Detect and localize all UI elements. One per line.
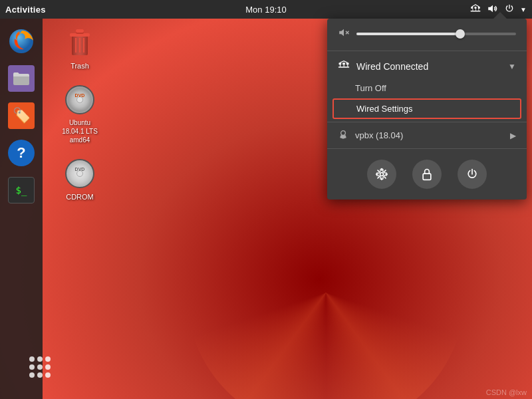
turn-off-item[interactable]: Turn Off [327,79,527,97]
watermark: CSDN @lxw [486,388,527,396]
svg-point-27 [341,131,346,136]
wired-network-icon [338,59,350,74]
vpn-section[interactable]: vpbx (18.04) ▶ [327,125,527,146]
sidebar-item-files[interactable] [5,63,37,94]
separator-3 [327,148,527,149]
svg-rect-21 [342,63,345,65]
svg-rect-4 [475,9,476,11]
grid-dot [45,356,51,362]
settings-button[interactable] [367,160,396,189]
grid-dot [29,356,35,362]
svg-rect-23 [340,65,340,66]
cdrom-label: CDROM [66,192,94,201]
desktop-icon-trash[interactable]: Trash [53,27,106,70]
wired-settings-item[interactable]: Wired Settings [332,98,521,119]
desktop-icon-ubuntu-dvd[interactable]: DVD Ubuntu 18.04.1 LTS amd64 [53,84,106,144]
grid-dot [29,372,35,378]
svg-rect-5 [479,9,479,11]
cdrom-icon: DVD [64,158,96,190]
svg-rect-25 [347,65,348,66]
grid-dot [37,364,43,370]
volume-thumb [456,29,465,39]
grid-dot [37,372,43,378]
trash-label: Trash [70,61,89,70]
svg-rect-0 [471,7,473,9]
sidebar-item-help[interactable]: ? [5,137,37,169]
svg-marker-17 [339,29,344,37]
network-icon[interactable] [469,3,481,17]
volume-section [327,19,527,48]
topbar-left: Activities [5,5,46,15]
grid-dot [45,364,51,370]
vpn-arrow-icon: ▶ [510,131,516,140]
grid-dot [45,372,51,378]
sidebar-item-firefox[interactable] [5,25,37,57]
svg-point-28 [380,173,384,176]
system-menu: Wired Connected ▼ Turn Off Wired Setting… [327,19,527,200]
topbar-dropdown-arrow[interactable]: ▼ [520,6,527,13]
grid-dot [37,356,43,362]
svg-rect-26 [338,66,350,68]
wired-connected-header[interactable]: Wired Connected ▼ [327,54,527,79]
svg-rect-3 [473,9,473,11]
separator-2 [327,122,527,122]
ubuntu-dvd-icon: DVD [64,84,96,116]
svg-rect-8 [13,75,29,85]
power-button[interactable] [458,160,487,189]
topbar-clock: Mon 19:10 [245,5,286,15]
sidebar-item-terminal[interactable]: $_ [5,174,37,206]
bottom-buttons [327,152,527,192]
vpn-label: vpbx (18.04) [355,130,510,140]
apps-grid-button[interactable] [29,356,51,378]
separator-1 [327,51,527,51]
lock-button[interactable] [412,160,442,189]
vpn-icon [338,129,348,142]
svg-rect-29 [423,174,431,180]
volume-slider[interactable] [356,33,516,35]
wired-connected-label: Wired Connected [356,61,508,72]
svg-rect-24 [344,65,344,66]
desktop-icon-cdrom[interactable]: DVD CDROM [53,158,106,201]
svg-rect-20 [339,63,342,65]
volume-fill [356,33,460,35]
svg-rect-22 [346,63,349,65]
sidebar-item-software[interactable]: 🏷️ [5,100,37,132]
sidebar: 🏷️ ? $_ [0,19,43,399]
network-dropdown-arrow: ▼ [508,62,516,71]
svg-rect-6 [471,11,481,12]
grid-dot [29,364,35,370]
svg-rect-13 [76,29,84,33]
desktop-icons-area: Trash DVD Ubuntu 18.04.1 LTS amd64 DVD C… [53,27,106,202]
svg-rect-2 [478,7,480,9]
volume-mute-icon [338,27,350,41]
svg-rect-1 [475,7,477,9]
network-section: Wired Connected ▼ Turn Off Wired Setting… [327,54,527,119]
trash-icon [64,27,96,59]
svg-marker-7 [488,5,493,12]
topbar: Activities Mon 19:10 [0,0,532,19]
desktop: Activities Mon 19:10 [0,0,532,399]
activities-button[interactable]: Activities [5,5,46,15]
ubuntu-dvd-label: Ubuntu 18.04.1 LTS amd64 [62,118,98,144]
